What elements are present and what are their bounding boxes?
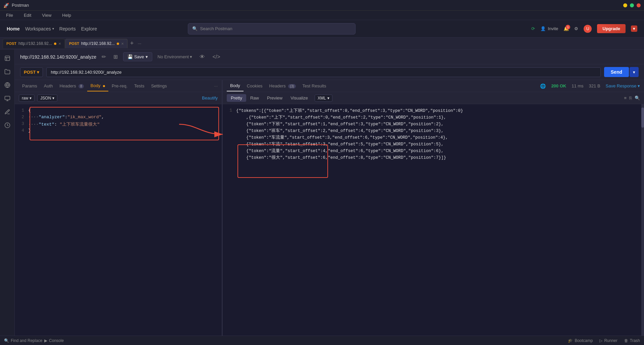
sidebar-icon-environments[interactable] — [1, 92, 13, 105]
tab-prereq[interactable]: Pre-req. — [108, 81, 131, 91]
resp-tab-body[interactable]: Body — [227, 80, 244, 91]
sidebar-icon-collections[interactable] — [1, 66, 13, 78]
resp-tab-headers[interactable]: Headers (3) — [266, 81, 299, 91]
upgrade-button[interactable]: Upgrade — [597, 24, 626, 33]
xml-format-select[interactable]: XML ▾ — [315, 94, 332, 102]
resp-view-visualize[interactable]: Visualize — [286, 94, 312, 102]
url-actions: ✏ ⊞ 💾 Save ▾ No Environment ▾ 👁 </> — [100, 52, 222, 61]
runner-button[interactable]: ▷ Runner — [599, 338, 617, 343]
edit-icon[interactable]: ✏ — [100, 52, 108, 61]
notifications-button[interactable]: 🔔 1 — [564, 26, 569, 31]
send-dropdown-button[interactable]: ▾ — [630, 67, 639, 77]
menu-edit[interactable]: Edit — [22, 11, 33, 19]
response-format-bar: Pretty Raw Preview Visualize XML ▾ ≡ ⎘ 🔍 — [223, 92, 644, 104]
bootcamp-button[interactable]: 🎓 Bootcamp — [568, 338, 593, 343]
sidebar-icon-apis[interactable] — [1, 79, 13, 91]
resp-view-pretty[interactable]: Pretty — [227, 94, 246, 102]
environment-icon[interactable]: 👁 — [198, 53, 207, 61]
tab-auth[interactable]: Auth — [41, 81, 56, 91]
code-line-4: 4 } — [15, 128, 222, 134]
minimize-button[interactable] — [623, 3, 627, 7]
request-body-editor[interactable]: 1 { 2 ····"analyzer":"ik_max_word", 3 ··… — [15, 104, 222, 336]
menu-view[interactable]: View — [40, 11, 53, 19]
resp-line-3: {"token":"下班","start_offset":1,"end_offs… — [223, 121, 644, 128]
sidebar-icon-history[interactable] — [1, 119, 13, 131]
resp-line-6: {"token":"车流","start_offset":3,"end_offs… — [223, 141, 644, 148]
json-select[interactable]: JSON ▾ — [37, 94, 57, 102]
tab-headers[interactable]: Headers 8 — [56, 81, 87, 91]
tab-body[interactable]: Body — [87, 80, 108, 91]
find-replace-button[interactable]: 🔍 Find and Replace — [4, 338, 42, 343]
url-display: http://192.168.92.140:9200/_analyze — [20, 54, 96, 60]
response-time: 11 ms — [572, 83, 583, 88]
save-dropdown-icon[interactable]: ▾ — [146, 54, 148, 59]
tab-1[interactable]: POST http://192.168.92... ✕ — [3, 39, 65, 48]
resp-search-icon[interactable]: 🔍 — [635, 95, 640, 100]
trash-button[interactable]: 🗑 Trash — [624, 338, 640, 343]
invite-button[interactable]: 👤 Invite — [540, 26, 558, 31]
layout-icon[interactable]: ⊞ — [111, 52, 120, 61]
request-tabs: Params Auth Headers 8 Body Pre-req. Test… — [15, 80, 222, 92]
body-format-bar: raw ▾ JSON ▾ Beautify — [15, 92, 222, 104]
tab-params[interactable]: Params — [19, 81, 41, 91]
menu-file[interactable]: File — [4, 11, 15, 19]
nav-reports[interactable]: Reports — [59, 26, 76, 31]
close-button[interactable] — [637, 3, 641, 7]
nav-explore[interactable]: Explore — [81, 26, 97, 31]
tab-close-1[interactable]: ✕ — [58, 42, 61, 46]
resp-line-8: {"token":"很大","start_offset":6,"end_offs… — [223, 154, 644, 161]
response-tabs: Body Cookies Headers (3) Test Results 🌐 … — [223, 80, 644, 92]
runner-icon: ▷ — [599, 338, 602, 343]
search-bar[interactable]: 🔍 Search Postman — [188, 23, 356, 34]
resp-tab-test-results[interactable]: Test Results — [299, 81, 330, 91]
response-panel: Body Cookies Headers (3) Test Results 🌐 … — [223, 80, 644, 336]
sync-icon: ⟳ — [531, 26, 535, 31]
console-icon: ▶ — [44, 338, 47, 343]
resp-line-2: ,{"token":"上下","start_offset":0,"end_off… — [223, 114, 644, 121]
upgrade-dropdown[interactable]: ▾ — [631, 25, 637, 32]
save-button[interactable]: 💾 Save ▾ — [123, 52, 152, 61]
console-button[interactable]: ▶ Console — [44, 338, 64, 343]
response-size: 321 B — [589, 83, 600, 88]
nav-workspaces[interactable]: Workspaces ▾ — [25, 26, 54, 31]
code-line-1: 1 { — [15, 108, 222, 114]
settings-button[interactable]: ⚙ — [574, 26, 578, 31]
save-response-button[interactable]: Save Response ▾ — [606, 83, 640, 88]
tab-2[interactable]: POST http://192.168.92... ✕ — [65, 39, 127, 48]
tab-tests[interactable]: Tests — [131, 81, 148, 91]
resp-view-raw[interactable]: Raw — [246, 94, 263, 102]
tab-close-2[interactable]: ✕ — [121, 42, 124, 46]
beautify-button[interactable]: Beautify — [202, 95, 218, 100]
response-scrollbar[interactable] — [641, 104, 644, 336]
gear-icon: ⚙ — [574, 26, 578, 31]
copy-icon[interactable]: ⎘ — [629, 95, 632, 100]
profile-button[interactable]: U — [584, 25, 592, 33]
raw-select[interactable]: raw ▾ — [19, 94, 35, 102]
sync-button[interactable]: ⟳ — [531, 26, 535, 31]
menu-help[interactable]: Help — [60, 11, 73, 19]
resp-tab-cookies[interactable]: Cookies — [244, 81, 266, 91]
tab-method-2: POST — [69, 42, 79, 46]
window-controls[interactable] — [623, 3, 641, 7]
add-tab-button[interactable]: + — [128, 40, 136, 47]
no-environment-dropdown[interactable]: No Environment ▾ — [156, 53, 195, 61]
tab-settings[interactable]: Settings — [148, 81, 170, 91]
maximize-button[interactable] — [630, 3, 634, 7]
tab-dot-1 — [54, 43, 56, 45]
search-icon: 🔍 — [192, 26, 198, 31]
bootcamp-icon: 🎓 — [568, 338, 573, 343]
resp-view-preview[interactable]: Preview — [263, 94, 286, 102]
sidebar-icon-mock[interactable] — [1, 106, 13, 118]
sidebar-icon-new[interactable] — [1, 52, 13, 64]
nav-home[interactable]: Home — [7, 26, 20, 31]
scrollbar-thumb[interactable] — [641, 108, 644, 128]
method-select[interactable]: POST ▾ — [20, 67, 43, 77]
more-options-button[interactable]: ··· — [214, 83, 218, 88]
send-button[interactable]: Send — [604, 67, 629, 77]
avatar: U — [584, 25, 592, 33]
url-input[interactable] — [46, 67, 600, 77]
nav-right: ⟳ 👤 Invite 🔔 1 ⚙ U Upgrade ▾ — [531, 24, 637, 33]
code-icon[interactable]: </> — [210, 53, 222, 61]
filter-icon[interactable]: ≡ — [624, 95, 627, 100]
more-tabs-button[interactable]: ··· — [137, 41, 143, 46]
